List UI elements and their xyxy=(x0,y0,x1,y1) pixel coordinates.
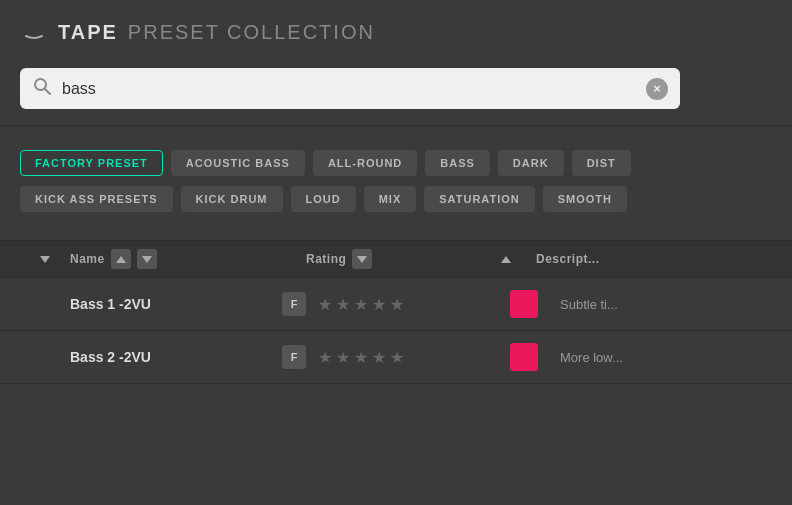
filter-tag-factory-preset[interactable]: FACTORY PRESET xyxy=(20,150,163,176)
star-4: ★ xyxy=(372,348,386,367)
filter-tag-acoustic-bass[interactable]: ACOUSTIC BASS xyxy=(171,150,305,176)
star-4: ★ xyxy=(372,295,386,314)
filter-tag-mix[interactable]: MIX xyxy=(364,186,417,212)
filter-tag-dist[interactable]: DIST xyxy=(572,150,631,176)
star-2: ★ xyxy=(336,295,350,314)
row-badge-1: F xyxy=(282,292,306,316)
filter-tag-kick-drum[interactable]: KICK DRUM xyxy=(181,186,283,212)
star-3: ★ xyxy=(354,295,368,314)
filter-tag-loud[interactable]: LOUD xyxy=(291,186,356,212)
name-sort-asc-button[interactable] xyxy=(111,249,131,269)
col-rating-header: Rating xyxy=(306,249,486,269)
sort-up-icon xyxy=(116,256,126,263)
row-desc-1: Subtle ti... xyxy=(550,297,772,312)
app-header: TAPE PRESET COLLECTION xyxy=(0,0,792,60)
name-sort-desc-button[interactable] xyxy=(137,249,157,269)
star-1: ★ xyxy=(318,295,332,314)
desc-header-label: Descript... xyxy=(536,252,600,266)
filter-row-2: KICK ASS PRESETS KICK DRUM LOUD MIX SATU… xyxy=(20,186,772,212)
filter-tag-dark[interactable]: DARK xyxy=(498,150,564,176)
filter-tag-smooth[interactable]: SMOOTH xyxy=(543,186,627,212)
filter-area: FACTORY PRESET ACOUSTIC BASS ALL-ROUND B… xyxy=(0,138,792,230)
star-5: ★ xyxy=(390,295,404,314)
table-row[interactable]: Bass 1 -2VU F ★ ★ ★ ★ ★ Subtle ti... xyxy=(0,278,792,331)
table-row[interactable]: Bass 2 -2VU F ★ ★ ★ ★ ★ More low... xyxy=(0,331,792,384)
star-3: ★ xyxy=(354,348,368,367)
divider xyxy=(0,125,792,126)
toggle-sort-icon[interactable] xyxy=(40,256,50,263)
name-header-label: Name xyxy=(70,252,105,266)
col-toggle xyxy=(20,256,70,263)
filter-tag-bass[interactable]: BASS xyxy=(425,150,490,176)
search-clear-button[interactable]: × xyxy=(646,78,668,100)
col-name-header: Name xyxy=(70,249,306,269)
app-title-tape: TAPE xyxy=(58,21,118,44)
logo-icon xyxy=(20,18,48,46)
search-container: × xyxy=(0,60,792,125)
search-box: × xyxy=(20,68,680,109)
row-color-2[interactable] xyxy=(510,343,538,371)
search-icon xyxy=(32,76,52,101)
rating-header-label: Rating xyxy=(306,252,346,266)
row-rating-1: ★ ★ ★ ★ ★ xyxy=(318,295,498,314)
color-sort-icon[interactable] xyxy=(501,256,511,263)
row-name-2: Bass 2 -2VU xyxy=(70,349,282,365)
app-title-preset: PRESET COLLECTION xyxy=(128,21,375,44)
col-desc-header: Descript... xyxy=(526,252,772,266)
rating-sort-icon xyxy=(357,256,367,263)
filter-tag-saturation[interactable]: SATURATION xyxy=(424,186,534,212)
row-badge-2: F xyxy=(282,345,306,369)
row-desc-2: More low... xyxy=(550,350,772,365)
rating-sort-desc-button[interactable] xyxy=(352,249,372,269)
table-header: Name Rating Descript... xyxy=(0,240,792,278)
star-5: ★ xyxy=(390,348,404,367)
preset-table: Name Rating Descript... Bass 1 -2VU F ★ xyxy=(0,240,792,384)
filter-tag-kick-ass-presets[interactable]: KICK ASS PRESETS xyxy=(20,186,173,212)
col-color-header xyxy=(486,256,526,263)
star-1: ★ xyxy=(318,348,332,367)
search-input[interactable] xyxy=(62,80,646,98)
row-color-1[interactable] xyxy=(510,290,538,318)
star-2: ★ xyxy=(336,348,350,367)
filter-row-1: FACTORY PRESET ACOUSTIC BASS ALL-ROUND B… xyxy=(20,150,772,176)
row-rating-2: ★ ★ ★ ★ ★ xyxy=(318,348,498,367)
svg-line-1 xyxy=(45,89,50,94)
row-name-1: Bass 1 -2VU xyxy=(70,296,282,312)
sort-up-icon-2 xyxy=(142,256,152,263)
filter-tag-all-round[interactable]: ALL-ROUND xyxy=(313,150,417,176)
